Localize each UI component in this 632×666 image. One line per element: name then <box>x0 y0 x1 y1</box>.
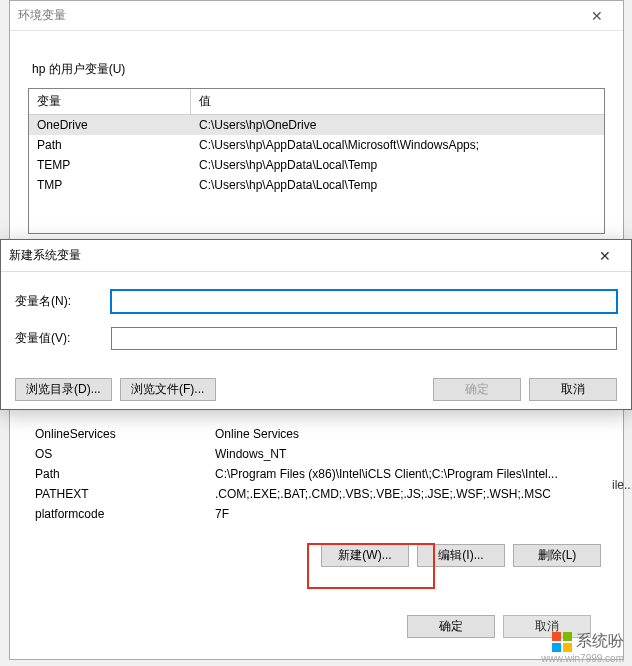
cell-value: C:\Program Files (x86)\Intel\iCLS Client… <box>207 466 605 482</box>
cell-name: OS <box>27 446 207 462</box>
table-row[interactable]: OS Windows_NT <box>27 444 605 464</box>
cell-name: TMP <box>29 177 191 193</box>
edit-sysvar-button[interactable]: 编辑(I)... <box>417 544 505 567</box>
table-row[interactable]: Path C:\Users\hp\AppData\Local\Microsoft… <box>29 135 604 155</box>
col-header-value[interactable]: 值 <box>191 89 604 115</box>
table-header: 变量 值 <box>29 89 604 115</box>
table-row[interactable]: OnlineServices Online Services <box>27 424 605 444</box>
cell-value: C:\Users\hp\AppData\Local\Microsoft\Wind… <box>191 137 604 153</box>
cell-value: C:\Users\hp\AppData\Local\Temp <box>191 177 604 193</box>
var-value-label: 变量值(V): <box>15 330 111 347</box>
cell-value: Windows_NT <box>207 446 605 462</box>
var-value-input[interactable] <box>111 327 617 350</box>
table-row[interactable]: TMP C:\Users\hp\AppData\Local\Temp <box>29 175 604 195</box>
table-row[interactable]: PATHEXT .COM;.EXE;.BAT;.CMD;.VBS;.VBE;.J… <box>27 484 605 504</box>
user-vars-table[interactable]: 变量 值 OneDrive C:\Users\hp\OneDrive Path … <box>28 88 605 234</box>
browse-file-button[interactable]: 浏览文件(F)... <box>120 378 216 401</box>
cell-name: OneDrive <box>29 117 191 133</box>
watermark-text: 系统吩 <box>576 631 624 652</box>
cell-name: Path <box>27 466 207 482</box>
col-header-name[interactable]: 变量 <box>29 89 191 115</box>
cell-value: C:\Users\hp\OneDrive <box>191 117 604 133</box>
cell-name: platformcode <box>27 506 207 522</box>
new-title: 新建系统变量 <box>9 247 585 264</box>
windows-logo-icon <box>552 632 572 652</box>
table-row[interactable]: Path C:\Program Files (x86)\Intel\iCLS C… <box>27 464 605 484</box>
var-name-input[interactable] <box>111 290 617 313</box>
cell-name: Path <box>29 137 191 153</box>
watermark-url: www.win7999.com <box>541 653 624 664</box>
new-sysvar-button[interactable]: 新建(W)... <box>321 544 409 567</box>
new-cancel-button[interactable]: 取消 <box>529 378 617 401</box>
new-ok-button[interactable]: 确定 <box>433 378 521 401</box>
table-row[interactable]: OneDrive C:\Users\hp\OneDrive <box>29 115 604 135</box>
var-name-label: 变量名(N): <box>15 293 111 310</box>
cell-name: OnlineServices <box>27 426 207 442</box>
edge-text-fragment: ile... <box>612 478 632 492</box>
new-titlebar[interactable]: 新建系统变量 ✕ <box>1 240 631 272</box>
user-vars-label: hp 的用户变量(U) <box>32 61 601 78</box>
watermark: 系统吩 <box>552 631 624 652</box>
cell-value: Online Services <box>207 426 605 442</box>
table-row[interactable]: platformcode 7F <box>27 504 605 524</box>
system-vars-buttons: 新建(W)... 编辑(I)... 删除(L) <box>27 544 605 567</box>
env-title: 环境变量 <box>18 7 577 24</box>
cell-name: TEMP <box>29 157 191 173</box>
cell-name: PATHEXT <box>27 486 207 502</box>
system-vars-area: OnlineServices Online Services OS Window… <box>27 424 605 567</box>
close-icon[interactable]: ✕ <box>577 8 617 24</box>
env-ok-button[interactable]: 确定 <box>407 615 495 638</box>
delete-sysvar-button[interactable]: 删除(L) <box>513 544 601 567</box>
browse-dir-button[interactable]: 浏览目录(D)... <box>15 378 112 401</box>
table-row[interactable]: TEMP C:\Users\hp\AppData\Local\Temp <box>29 155 604 175</box>
new-sysvar-dialog: 新建系统变量 ✕ 变量名(N): 变量值(V): 浏览目录(D)... 浏览文件… <box>0 239 632 410</box>
cell-value: 7F <box>207 506 605 522</box>
cell-value: C:\Users\hp\AppData\Local\Temp <box>191 157 604 173</box>
close-icon[interactable]: ✕ <box>585 248 625 264</box>
system-vars-table[interactable]: OnlineServices Online Services OS Window… <box>27 424 605 524</box>
env-titlebar[interactable]: 环境变量 ✕ <box>10 1 623 31</box>
cell-value: .COM;.EXE;.BAT;.CMD;.VBS;.VBE;.JS;.JSE;.… <box>207 486 605 502</box>
